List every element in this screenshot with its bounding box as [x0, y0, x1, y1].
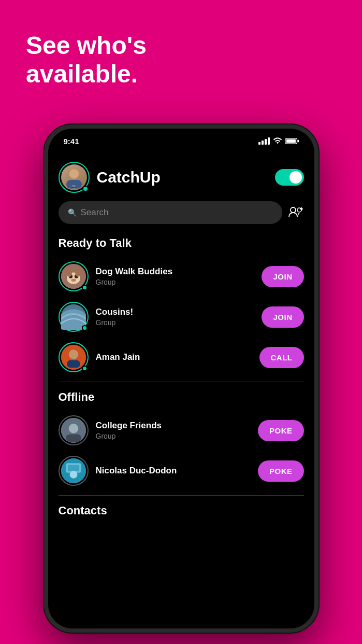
- college-illustration: [61, 417, 86, 444]
- hero-line1: See who's: [26, 31, 147, 60]
- svg-point-19: [68, 349, 78, 359]
- college-name: College Friends: [96, 421, 251, 431]
- college-sub: Group: [96, 432, 251, 440]
- app-title: CatchUp: [97, 169, 268, 186]
- availability-toggle[interactable]: [275, 169, 304, 186]
- search-placeholder: Search: [81, 207, 109, 218]
- search-container: 🔍 Search: [48, 201, 314, 232]
- nicolas-avatar-ring: [59, 456, 89, 486]
- status-bar: 9:41: [48, 129, 314, 153]
- search-input-wrap[interactable]: 🔍 Search: [59, 201, 282, 224]
- dog-walk-sub: Group: [96, 278, 255, 286]
- section-divider-2: [59, 495, 304, 496]
- cousins-avatar-wrap: [59, 302, 89, 332]
- contact-row-college: College Friends Group POKE: [48, 410, 314, 451]
- phone-shell: 9:41: [44, 124, 318, 633]
- add-contacts-icon[interactable]: [288, 205, 304, 220]
- svg-point-27: [69, 471, 77, 479]
- svg-point-3: [69, 169, 78, 178]
- phone-frame: 9:41: [44, 124, 318, 633]
- signal-icon: [258, 137, 270, 145]
- svg-rect-20: [67, 360, 80, 368]
- user-avatar-container: 📷: [59, 162, 90, 193]
- nicolas-avatar-wrap: [59, 456, 89, 486]
- nicolas-illustration: [61, 457, 86, 484]
- college-avatar: [61, 418, 86, 443]
- app-content: 📷 CatchUp 🔍 Search: [48, 153, 314, 628]
- college-poke-button[interactable]: POKE: [258, 420, 304, 441]
- cousins-join-button[interactable]: JOIN: [262, 306, 303, 328]
- nicolas-info: Nicolas Duc-Dodon: [96, 466, 251, 476]
- nicolas-poke-button[interactable]: POKE: [258, 460, 304, 482]
- college-avatar-ring: [59, 415, 89, 445]
- aman-online-dot: [82, 366, 88, 371]
- svg-point-22: [68, 424, 78, 433]
- nicolas-avatar: [61, 458, 86, 483]
- aman-call-button[interactable]: CALL: [259, 347, 304, 368]
- dog-walk-online-dot: [82, 285, 88, 290]
- svg-rect-26: [67, 465, 79, 471]
- battery-icon: [285, 137, 299, 145]
- status-time: 9:41: [64, 137, 79, 146]
- cousins-name: Cousins!: [96, 307, 255, 317]
- aman-info: Aman Jain: [96, 352, 252, 362]
- svg-point-6: [291, 207, 296, 213]
- wifi-icon: [273, 137, 282, 145]
- cousins-online-dot: [82, 325, 88, 331]
- contacts-partial-header: Contacts: [48, 500, 314, 520]
- notch: [145, 129, 218, 144]
- contact-row-aman: Aman Jain CALL: [48, 337, 314, 377]
- dog-walk-join-button[interactable]: JOIN: [262, 266, 303, 287]
- toggle-knob: [289, 171, 302, 184]
- college-info: College Friends Group: [96, 421, 251, 440]
- svg-rect-2: [297, 139, 299, 142]
- contact-row-dog-walk: Dog Walk Buddies Group JOIN: [48, 256, 314, 297]
- offline-header: Offline: [48, 386, 314, 410]
- dog-walk-avatar-wrap: [59, 261, 89, 291]
- svg-rect-23: [66, 434, 81, 442]
- user-online-dot: [82, 186, 89, 192]
- app-header: 📷 CatchUp: [48, 153, 314, 201]
- dog-walk-info: Dog Walk Buddies Group: [96, 267, 255, 286]
- ready-to-talk-header: Ready to Talk: [48, 232, 314, 256]
- search-icon: 🔍: [68, 208, 77, 217]
- cousins-info: Cousins! Group: [96, 307, 255, 327]
- hero-line2: available.: [26, 60, 147, 88]
- aman-name: Aman Jain: [96, 352, 252, 362]
- nicolas-name: Nicolas Duc-Dodon: [96, 466, 251, 476]
- add-group-icon: [288, 205, 304, 218]
- svg-text:📷: 📷: [72, 184, 77, 189]
- svg-point-14: [71, 279, 76, 282]
- aman-avatar-wrap: [59, 342, 89, 372]
- svg-rect-1: [286, 139, 295, 143]
- dog-walk-name: Dog Walk Buddies: [96, 267, 255, 277]
- hero-text: See who's available.: [26, 31, 147, 88]
- cousins-sub: Group: [96, 318, 255, 327]
- section-divider-1: [59, 382, 304, 382]
- contact-row-cousins: Cousins! Group JOIN: [48, 297, 314, 337]
- status-icons: [258, 137, 299, 145]
- college-avatar-wrap: [59, 415, 89, 445]
- contact-row-nicolas: Nicolas Duc-Dodon POKE: [48, 451, 314, 491]
